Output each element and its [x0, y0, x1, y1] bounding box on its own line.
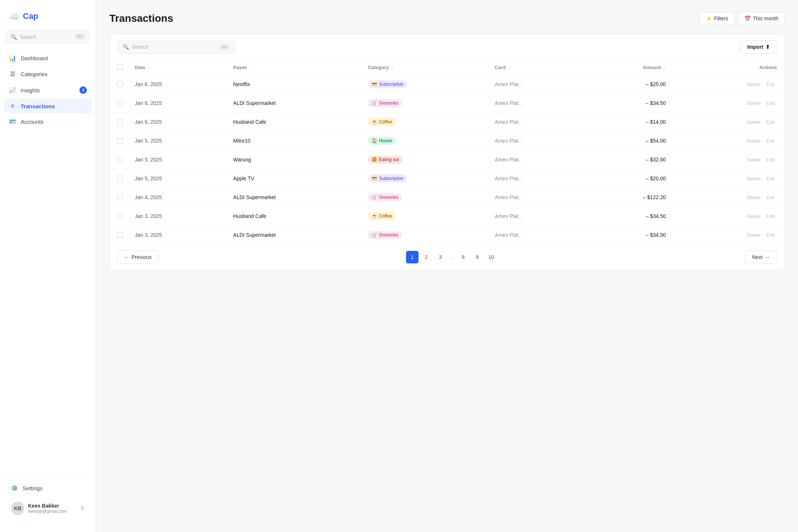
- user-profile[interactable]: KB Kees Bakker keesyb@gmail.com ⇅: [6, 498, 90, 519]
- category-badge[interactable]: ☕ Coffee: [368, 212, 396, 220]
- import-button[interactable]: Import ⬆: [740, 40, 777, 54]
- category-badge[interactable]: 💳 Subscription: [368, 80, 407, 88]
- sidebar-item-accounts[interactable]: 🪪 Accounts: [4, 114, 92, 129]
- delete-button[interactable]: Delete: [744, 119, 763, 126]
- month-selector-button[interactable]: 📅 This month: [738, 12, 785, 25]
- category-badge[interactable]: 💳 Subscription: [368, 174, 407, 183]
- category-label: Coffee: [379, 119, 392, 125]
- edit-button[interactable]: Edit: [764, 156, 777, 163]
- user-email: keesyb@gmail.com: [28, 509, 76, 514]
- sidebar-item-insights[interactable]: 📈 Insights 3: [4, 82, 92, 98]
- table-row: Jan 5, 2025 Warung 🍔 Eating out Amex Pla…: [110, 150, 784, 169]
- row-checkbox-3[interactable]: [117, 119, 123, 125]
- page-3[interactable]: 3: [434, 251, 447, 263]
- row-checkbox-6[interactable]: [117, 175, 123, 181]
- th-amount[interactable]: Amount ↕: [584, 60, 673, 75]
- category-badge[interactable]: ☕ Coffee: [368, 118, 396, 126]
- app-logo[interactable]: ☁️ Cap: [0, 7, 96, 30]
- row-date: Jan 5, 2025: [127, 169, 226, 188]
- app-name: Cap: [23, 11, 38, 21]
- row-checkbox-8[interactable]: [117, 213, 123, 219]
- row-actions: Delete Edit: [673, 94, 784, 113]
- settings-item[interactable]: ⚙️ Settings: [6, 481, 90, 495]
- filters-label: Filters: [714, 16, 728, 21]
- row-category: 💳 Subscription: [361, 75, 487, 94]
- row-checkbox-cell: [110, 169, 127, 188]
- delete-button[interactable]: Delete: [744, 156, 763, 163]
- row-amount: – $14.00: [584, 113, 673, 132]
- edit-button[interactable]: Edit: [764, 137, 777, 144]
- row-category: ☕ Coffee: [361, 113, 487, 132]
- delete-button[interactable]: Delete: [744, 213, 763, 220]
- category-label: Groceries: [379, 100, 398, 106]
- sidebar-item-label: Dashboard: [21, 55, 48, 61]
- category-emoji: 🏠: [372, 138, 377, 143]
- page-10[interactable]: 10: [485, 251, 498, 263]
- row-checkbox-7[interactable]: [117, 194, 123, 200]
- page-8[interactable]: 8: [457, 251, 470, 263]
- page-title: Transactions: [109, 13, 173, 24]
- row-category: 🛒 Groceries: [361, 226, 487, 245]
- page-9[interactable]: 9: [471, 251, 484, 263]
- row-checkbox-cell: [110, 207, 127, 226]
- sidebar-search-placeholder: Search: [20, 34, 72, 40]
- category-badge[interactable]: 🛒 Groceries: [368, 231, 402, 239]
- row-checkbox-9[interactable]: [117, 232, 123, 238]
- th-date[interactable]: Date ↓: [127, 60, 226, 75]
- row-payee: Husband Cafe: [226, 207, 361, 226]
- sidebar-item-categories[interactable]: ☰ Categories: [4, 66, 92, 82]
- row-amount: – $25.00: [584, 75, 673, 94]
- row-checkbox-1[interactable]: [117, 81, 123, 87]
- logo-icon: ☁️: [9, 11, 20, 21]
- row-card: Amex Plat..: [487, 75, 584, 94]
- row-checkbox-4[interactable]: [117, 138, 123, 144]
- row-checkbox-5[interactable]: [117, 157, 123, 163]
- edit-button[interactable]: Edit: [764, 119, 777, 126]
- insights-icon: 📈: [9, 87, 16, 94]
- delete-button[interactable]: Delete: [744, 100, 763, 107]
- sidebar-item-dashboard[interactable]: 📊 Dashboard: [4, 51, 92, 66]
- sort-icon: ↓: [148, 65, 150, 70]
- previous-button[interactable]: ← Previous: [117, 250, 158, 264]
- filters-button[interactable]: ⚡ Filters: [699, 12, 734, 25]
- table-row: Jan 3, 2025 ALDI Supermarket 🛒 Groceries…: [110, 226, 784, 245]
- select-all-checkbox[interactable]: [117, 64, 123, 70]
- calendar-icon: 📅: [744, 16, 751, 21]
- delete-button[interactable]: Delete: [744, 81, 763, 88]
- sidebar-item-transactions[interactable]: ≡ Transactions: [4, 99, 92, 113]
- edit-button[interactable]: Edit: [764, 81, 777, 88]
- edit-button[interactable]: Edit: [764, 194, 777, 201]
- next-button[interactable]: Next →: [745, 250, 777, 264]
- edit-button[interactable]: Edit: [764, 175, 777, 182]
- category-badge[interactable]: 🛒 Groceries: [368, 193, 402, 201]
- category-label: Groceries: [379, 195, 398, 200]
- sidebar-item-label: Insights: [21, 87, 40, 93]
- sidebar-search[interactable]: 🔍 Search ⌘K: [6, 30, 90, 43]
- table-search[interactable]: 🔍 Search ⌘K: [117, 41, 235, 54]
- page-1[interactable]: 1: [406, 251, 419, 263]
- next-label: Next: [752, 254, 763, 260]
- row-payee: Nextflix: [226, 75, 361, 94]
- row-payee: Husband Cafe: [226, 113, 361, 132]
- row-checkbox-2[interactable]: [117, 100, 123, 106]
- header-actions: ⚡ Filters 📅 This month: [699, 12, 785, 25]
- edit-button[interactable]: Edit: [764, 213, 777, 220]
- category-badge[interactable]: 🛒 Groceries: [368, 99, 402, 107]
- th-payee[interactable]: Payee ↕: [226, 60, 361, 75]
- edit-button[interactable]: Edit: [764, 232, 777, 239]
- select-all-header: [110, 60, 127, 75]
- delete-button[interactable]: Delete: [744, 194, 763, 201]
- sort-icon: ↕: [509, 65, 511, 70]
- page-2[interactable]: 2: [420, 251, 433, 263]
- sort-icon: ↕: [664, 65, 666, 70]
- th-category[interactable]: Category ↕: [361, 60, 487, 75]
- delete-button[interactable]: Delete: [744, 137, 763, 144]
- delete-button[interactable]: Delete: [744, 232, 763, 239]
- avatar: KB: [11, 502, 24, 515]
- category-badge[interactable]: 🏠 House: [368, 137, 396, 145]
- delete-button[interactable]: Delete: [744, 175, 763, 182]
- row-actions: Delete Edit: [673, 132, 784, 150]
- edit-button[interactable]: Edit: [764, 100, 777, 107]
- th-card[interactable]: Card ↕: [487, 60, 584, 75]
- category-badge[interactable]: 🍔 Eating out: [368, 156, 403, 164]
